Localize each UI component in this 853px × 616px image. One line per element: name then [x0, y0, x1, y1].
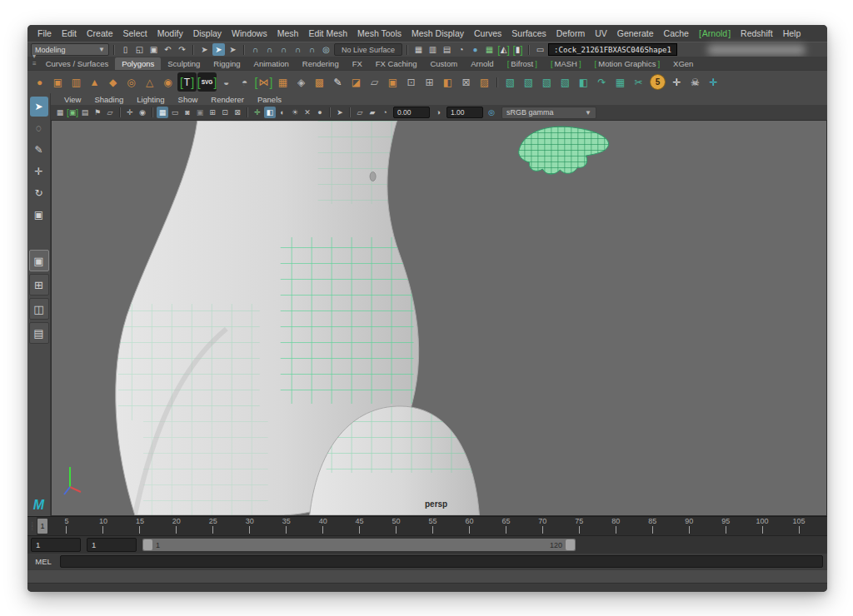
shelf-tab[interactable]: Sculpting [161, 57, 207, 70]
paint-select-tool[interactable]: ✎ [30, 140, 48, 160]
shelf-menu-icon[interactable]: ▾≡ [31, 52, 39, 70]
wireframe-icon[interactable]: ✛ [252, 107, 263, 118]
set-vertex-icon[interactable]: ▧ [520, 72, 537, 92]
live-surface-field[interactable]: No Live Surface [334, 43, 402, 56]
playblast-icon[interactable]: ◔ [455, 43, 467, 56]
snap-point-icon[interactable]: ∩ [277, 43, 290, 56]
texture-grid-icon[interactable]: ▦ [611, 72, 629, 92]
panel-menu-item[interactable]: View [57, 95, 87, 104]
shelf-tab[interactable]: Custom [423, 57, 464, 70]
menu-item[interactable]: Help [778, 28, 806, 38]
menu-item[interactable]: Mesh [272, 28, 304, 38]
mirror-icon[interactable]: ▱ [366, 72, 383, 92]
menu-item[interactable]: Windows [227, 28, 272, 38]
cut-uv-icon[interactable]: ✂ [630, 72, 647, 92]
range-end-handle[interactable] [566, 539, 575, 550]
shelf-tab[interactable]: MASH [544, 57, 588, 70]
grid-icon[interactable]: ▦ [157, 107, 168, 118]
crease-icon[interactable]: ◧ [439, 72, 456, 92]
poly-pipe-icon[interactable]: ◉ [159, 72, 177, 92]
panel-menu-item[interactable]: Show [172, 95, 205, 104]
construction-history-icon[interactable]: ▦ [412, 43, 425, 56]
move-tool[interactable]: ✛ [30, 161, 48, 181]
menu-item[interactable]: Deform [551, 28, 590, 38]
pan-zoom-icon[interactable]: ✛ [124, 107, 136, 118]
textured-icon[interactable]: ◐ [277, 107, 288, 118]
command-input[interactable] [60, 555, 823, 568]
character-icon[interactable]: ✛ [705, 72, 722, 92]
shelf-tab[interactable]: Animation [247, 57, 296, 70]
cache-icon[interactable]: ▤ [441, 43, 453, 56]
set-cube-icon[interactable]: ◧ [575, 72, 592, 92]
panel-menu-item[interactable]: Renderer [204, 95, 251, 104]
frame-rate-icon[interactable]: ▥ [426, 43, 439, 56]
menu-item[interactable]: Display [188, 28, 227, 38]
menu-item[interactable]: Generate [612, 28, 659, 38]
scale-tool[interactable]: ▣ [30, 205, 48, 225]
type-tool-icon[interactable]: T [177, 72, 197, 92]
fill-hole-icon[interactable]: ▨ [476, 72, 493, 92]
coin-5-icon[interactable]: 5 [650, 74, 666, 90]
mannequin-icon[interactable]: ✛ [668, 72, 686, 92]
snap-grid-icon[interactable]: ∩ [249, 43, 262, 56]
smooth-icon[interactable]: ▩ [311, 72, 328, 92]
shadows-icon[interactable]: ✕ [302, 107, 313, 118]
gamma-wheel-icon[interactable]: ◑ [432, 107, 444, 118]
film-gate-icon[interactable]: ▭ [169, 107, 181, 118]
shaded-icon[interactable]: ◧ [264, 107, 276, 118]
menu-item[interactable]: Select [118, 28, 152, 38]
panel-menu-item[interactable]: Panels [251, 95, 288, 104]
menu-item[interactable]: UV [590, 28, 612, 38]
bridge-icon[interactable]: ⊡ [402, 72, 420, 92]
shelf-tab[interactable]: Rigging [207, 57, 247, 70]
xray-icon[interactable]: ▱ [354, 107, 366, 118]
layout-persp-outliner[interactable]: ◫ [29, 298, 49, 320]
set-object-icon[interactable]: ▧ [501, 72, 519, 92]
lights-icon[interactable]: ☀ [289, 107, 301, 118]
make-live-icon[interactable]: ◎ [320, 43, 332, 56]
gate-mask-icon[interactable]: ▣ [194, 107, 206, 118]
bevel-icon[interactable]: ▣ [384, 72, 402, 92]
image-plane-icon[interactable]: ▱ [104, 107, 116, 118]
lasso-select-tool[interactable]: ◌ [30, 118, 48, 138]
multi-cut-icon[interactable]: ✎ [329, 72, 347, 92]
menu-item[interactable]: Redshift [736, 28, 778, 38]
shelf-tab[interactable]: Motion Graphics [588, 57, 666, 70]
extrude-icon[interactable]: ◪ [347, 72, 365, 92]
oversampling-icon[interactable]: ◉ [137, 107, 148, 118]
exposure-wheel-icon[interactable]: ◔ [379, 107, 391, 118]
shelf-tab[interactable]: Polygons [115, 57, 161, 70]
bookmark-icon[interactable]: ⚑ [92, 107, 103, 118]
shelf-tab[interactable]: Arnold [464, 57, 500, 70]
snap-curve-icon[interactable]: ∩ [263, 43, 276, 56]
set-face-icon[interactable]: ▧ [556, 72, 574, 92]
range-start-handle[interactable] [143, 539, 152, 550]
animation-start-field[interactable]: 1 [31, 538, 81, 552]
isolate-select-icon[interactable]: ➤ [334, 107, 346, 118]
menu-item[interactable]: Create [82, 28, 118, 38]
panel-menu-item[interactable]: Shading [87, 95, 130, 104]
ipr-render-icon[interactable]: ▮ [511, 43, 524, 56]
workspace-dropdown[interactable]: Modeling ▼ [31, 43, 109, 56]
menu-item[interactable]: Curves [469, 28, 506, 38]
skull-icon[interactable]: ☠ [686, 72, 704, 92]
render-settings-icon[interactable]: ◭ [497, 43, 510, 56]
layout-four-view[interactable]: ⊞ [29, 274, 49, 296]
select-component-icon[interactable]: ➤ [227, 43, 239, 56]
layout-hypershade-persp[interactable]: ▤ [29, 322, 49, 344]
quad-draw-icon[interactable]: ⊞ [421, 72, 438, 92]
select-tool[interactable]: ➤ [30, 97, 48, 117]
render-view-icon[interactable]: ▦ [483, 43, 496, 56]
transfer-attributes-icon[interactable]: ↷ [593, 72, 611, 92]
svg-tool-icon[interactable]: SVG [197, 72, 217, 92]
viewport-canvas[interactable]: persp [51, 121, 827, 516]
select-object-icon[interactable]: ➤ [212, 43, 225, 56]
new-scene-icon[interactable]: ▯ [119, 43, 132, 56]
input-line-selector-icon[interactable]: ▭ [534, 43, 546, 56]
panel-menu-item[interactable]: Lighting [130, 95, 171, 104]
playback-range-slider[interactable]: 1 120 [142, 539, 576, 551]
poly-sphere-icon[interactable]: ● [31, 72, 48, 92]
poly-cone-icon[interactable]: ▲ [86, 72, 103, 92]
target-weld-icon[interactable]: ⊠ [457, 72, 475, 92]
shelf-tab[interactable]: XGen [666, 57, 700, 70]
